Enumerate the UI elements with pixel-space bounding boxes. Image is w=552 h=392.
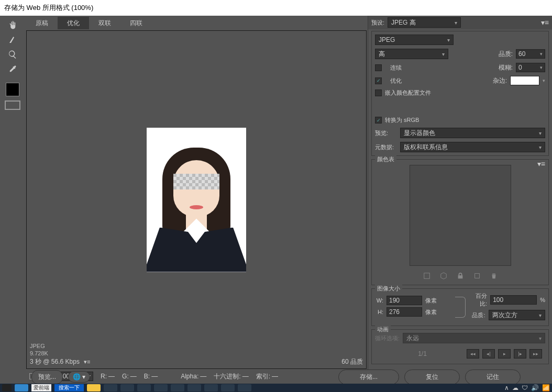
- frame-counter: 1/1: [378, 350, 467, 357]
- color-table-grid[interactable]: [410, 165, 511, 266]
- svg-rect-0: [424, 273, 429, 279]
- hand-tool[interactable]: [3, 18, 22, 32]
- new-icon[interactable]: [473, 272, 481, 279]
- colortable-panel: 颜色表 ▾≡: [371, 159, 549, 285]
- tab-optimized[interactable]: 优化: [58, 17, 89, 29]
- optimized-checkbox[interactable]: ✓: [375, 77, 382, 84]
- image-size-panel: 图像大小 W: 190 像素 H: 276 像素: [371, 288, 549, 326]
- taskbar-app-6[interactable]: [171, 384, 184, 391]
- image-preview: [147, 128, 246, 272]
- last-frame-button[interactable]: ▸▸: [529, 349, 542, 359]
- progressive-checkbox[interactable]: [375, 64, 382, 71]
- lock-icon[interactable]: [457, 272, 464, 279]
- panel-menu-icon[interactable]: ▾≡: [541, 18, 549, 27]
- taskbar-app-5[interactable]: [154, 384, 168, 391]
- preview-button[interactable]: 预览...: [31, 370, 63, 384]
- taskbar-app-explorer[interactable]: [87, 384, 101, 391]
- quality-readout: 60 品质: [341, 357, 363, 366]
- image-size-title: 图像大小: [375, 285, 402, 293]
- download-menu-icon[interactable]: ▾≡: [84, 359, 90, 365]
- taskbar-app-3[interactable]: [120, 384, 134, 391]
- trash-icon[interactable]: [490, 272, 498, 279]
- colortable-title: 颜色表: [375, 155, 396, 163]
- taskbar-app-10[interactable]: [238, 384, 251, 391]
- cube-icon[interactable]: [440, 272, 447, 279]
- save-button[interactable]: 存储...: [338, 369, 399, 385]
- preview-space-dropdown[interactable]: 显示器颜色: [400, 128, 545, 138]
- remember-button[interactable]: 记住: [465, 369, 521, 385]
- speed-readout: 3 秒 @ 56.6 Kbps: [30, 357, 80, 366]
- taskbar-app-9[interactable]: [221, 384, 235, 391]
- metadata-label: 元数据:: [375, 143, 397, 151]
- snap-web-icon[interactable]: [423, 272, 430, 279]
- blur-input[interactable]: 0: [516, 63, 545, 72]
- format-dropdown[interactable]: JPEG: [375, 35, 454, 45]
- loop-dropdown[interactable]: 永远: [403, 333, 545, 343]
- embed-profile-label: 嵌入颜色配置文件: [385, 89, 431, 97]
- convert-srgb-label: 转换为 sRGB: [385, 116, 419, 124]
- preview-canvas[interactable]: JPEG 9.728K 3 秒 @ 56.6 Kbps▾≡ 60 品质: [26, 30, 367, 369]
- format-panel: JPEG 高 品质: 60 连续 模糊: 0 ✓ 优化 杂边: ▾: [371, 31, 549, 156]
- reset-button[interactable]: 复位: [404, 369, 460, 385]
- resample-dropdown[interactable]: 两次立方: [489, 310, 546, 320]
- convert-srgb-checkbox[interactable]: ✓: [375, 117, 382, 124]
- width-input[interactable]: 190: [387, 296, 422, 305]
- height-input[interactable]: 276: [387, 307, 422, 317]
- prev-frame-button[interactable]: ◂|: [482, 349, 495, 359]
- metadata-dropdown[interactable]: 版权和联系信息: [400, 142, 545, 152]
- preview-space-label: 预览:: [375, 129, 397, 137]
- animation-title: 动画: [375, 326, 391, 333]
- preset-label: 预设:: [371, 19, 384, 27]
- optimized-label: 优化: [385, 77, 402, 85]
- slice-visibility-toggle[interactable]: [5, 100, 20, 110]
- slice-select-tool[interactable]: [3, 32, 22, 47]
- matte-label: 杂边:: [490, 76, 507, 85]
- next-frame-button[interactable]: |▸: [514, 349, 526, 359]
- animation-panel: 动画 循环选项: 永远 1/1 ◂◂ ◂| ▸ |▸ ▸▸: [371, 329, 549, 364]
- zoom-tool[interactable]: [3, 47, 22, 62]
- blur-label: 模糊:: [496, 63, 513, 72]
- preview-tabs: 原稿 优化 双联 四联: [26, 17, 367, 29]
- start-button[interactable]: [2, 384, 12, 391]
- tab-4up[interactable]: 四联: [120, 17, 152, 29]
- settings-panel: 预设: JPEG 高 ▾≡ JPEG 高 品质: 60 连续 模糊: 0 ✓ 优…: [368, 16, 552, 384]
- left-toolbar: [0, 16, 25, 384]
- eyedropper-tool[interactable]: [3, 62, 22, 76]
- taskbar-app-ie[interactable]: [15, 384, 28, 391]
- taskbar-app-7[interactable]: [187, 384, 201, 391]
- colortable-menu-icon[interactable]: ▾≡: [537, 160, 545, 168]
- play-button[interactable]: ▸: [498, 349, 511, 359]
- taskbar-app-8[interactable]: [204, 384, 218, 391]
- progressive-label: 连续: [385, 64, 402, 72]
- browser-preview-button[interactable]: 🌐 ▾: [68, 371, 90, 383]
- quality-preset-dropdown[interactable]: 高: [375, 49, 448, 59]
- matte-color[interactable]: [510, 76, 539, 85]
- percent-input[interactable]: 100: [490, 295, 537, 305]
- foreground-swatch[interactable]: [6, 83, 19, 96]
- constrain-link-icon[interactable]: [455, 297, 466, 318]
- preset-dropdown[interactable]: JPEG 高: [388, 17, 461, 28]
- taskbar-app-4[interactable]: [137, 384, 151, 391]
- embed-profile-checkbox[interactable]: [375, 89, 382, 96]
- quality-label: 品质:: [496, 50, 513, 59]
- windows-taskbar: 爱前端 搜索一下 ∧☁🛡🔊📶: [0, 384, 552, 392]
- window-title: 存储为 Web 所用格式 (100%): [4, 3, 93, 13]
- tab-2up[interactable]: 双联: [89, 17, 120, 29]
- svg-rect-1: [474, 274, 479, 278]
- system-tray[interactable]: ∧☁🛡🔊📶: [504, 384, 550, 391]
- format-readout: JPEG: [30, 343, 90, 349]
- first-frame-button[interactable]: ◂◂: [467, 349, 479, 359]
- window-titlebar: 存储为 Web 所用格式 (100%): [0, 0, 552, 16]
- loop-label: 循环选项:: [375, 334, 400, 342]
- taskbar-app-label[interactable]: 爱前端: [31, 384, 51, 391]
- taskbar-search[interactable]: 搜索一下: [54, 384, 84, 391]
- tab-original[interactable]: 原稿: [26, 17, 58, 29]
- taskbar-app-2[interactable]: [104, 384, 117, 391]
- quality-input[interactable]: 60: [516, 49, 545, 59]
- filesize-readout: 9.728K: [30, 350, 90, 356]
